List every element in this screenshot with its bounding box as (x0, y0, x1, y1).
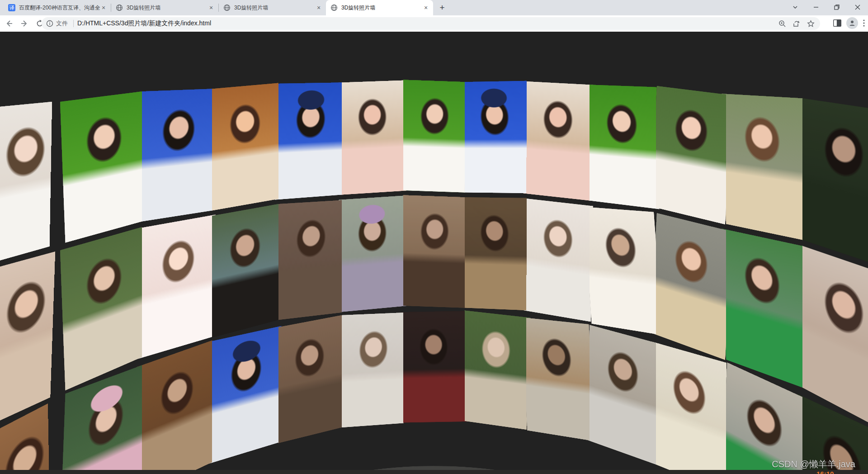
photo-teddy-selfie (461, 197, 531, 311)
address-bar[interactable]: 文件 D:/HTML+CSS/3d照片墙/新建文件夹/index.html (42, 17, 820, 30)
perspective-viewport (0, 32, 868, 474)
photo-cream-dress-indoor (651, 341, 731, 474)
photo-purple-beret-scarf (339, 195, 407, 312)
tab-close-icon[interactable]: × (208, 4, 215, 11)
tab-close-icon[interactable]: × (422, 4, 429, 11)
back-button[interactable] (3, 17, 15, 30)
bottom-shadow (0, 470, 868, 474)
browser-tab[interactable]: 3D旋转照片墙× (219, 0, 326, 15)
photo-dark-foliage (797, 98, 868, 268)
page-info-icon[interactable] (46, 20, 53, 27)
photo-pink-bright-selfie (138, 214, 216, 359)
csdn-watermark: CSDN @懒羊羊.java (772, 458, 855, 470)
close-window-button[interactable] (847, 0, 868, 14)
chevron-down-icon[interactable] (785, 0, 806, 14)
photo-indoor-pink (339, 80, 407, 195)
tab-title: 3D旋转照片墙 (341, 4, 422, 12)
photo-sky-sailor-small (208, 326, 281, 464)
browser-toolbar: 文件 D:/HTML+CSS/3d照片墙/新建文件夹/index.html (0, 15, 868, 32)
baidu-translate-icon: 译 (8, 4, 15, 11)
photo-indoor-pink (523, 81, 593, 201)
photo-white-scarf-portrait (585, 325, 660, 465)
bookmark-star-icon[interactable] (807, 20, 815, 28)
tab-close-icon[interactable]: × (100, 4, 107, 11)
window-controls (785, 0, 868, 14)
photo-dark-tank-outdoor (208, 204, 283, 338)
minimize-button[interactable] (806, 0, 826, 14)
tab-strip: 译百度翻译-200种语言互译、沟通全×3D旋转照片墙×3D旋转照片墙×3D旋转照… (0, 0, 868, 15)
new-tab-button[interactable]: + (436, 1, 448, 14)
tab-close-icon[interactable]: × (315, 4, 322, 11)
corner-timestamp-fragment: 16:10 (816, 470, 834, 474)
photo-polaroid-warm-light (521, 317, 595, 441)
photo-sweater-jeans-greenbag (651, 213, 732, 360)
browser-tab[interactable]: 译百度翻译-200种语言互译、沟通全× (4, 0, 111, 15)
photo-grass-white-dress (399, 80, 469, 193)
photo-wink-warm-selfie (274, 200, 346, 321)
tab-title: 百度翻译-200种语言互译、沟通全 (19, 4, 100, 12)
browser-tab[interactable]: 3D旋转照片墙× (326, 0, 433, 15)
photo-sky-sailor (275, 82, 345, 200)
omnibox-divider (73, 20, 74, 27)
tab-title: 3D旋转照片墙 (127, 4, 208, 12)
photo-greenery-portrait (60, 227, 146, 391)
url-text: D:/HTML+CSS/3d照片墙/新建文件夹/index.html (77, 19, 778, 28)
menu-kebab-icon[interactable] (863, 19, 865, 27)
side-panel-icon[interactable] (833, 19, 842, 27)
forward-button[interactable] (18, 17, 31, 30)
browser-tab[interactable]: 3D旋转照片墙× (111, 0, 218, 15)
restore-button[interactable] (826, 0, 847, 14)
photo-polaroid-prints (584, 207, 663, 336)
photo-washed-pale-selfie (337, 312, 407, 428)
globe-icon (330, 4, 338, 11)
photo-light-hair-plants (461, 310, 531, 430)
photo-grass-white-dress (586, 85, 659, 209)
profile-avatar[interactable] (846, 17, 858, 29)
zoom-icon[interactable] (778, 20, 786, 28)
photo-sky-sailor (137, 89, 216, 223)
photo-grass-white-dress (60, 91, 146, 243)
tabs-container: 译百度翻译-200种语言互译、沟通全×3D旋转照片墙×3D旋转照片墙×3D旋转照… (0, 0, 433, 15)
globe-icon (223, 4, 231, 11)
photo-pale-portrait (0, 100, 70, 267)
photo-warm-brown-portrait (137, 340, 216, 474)
photo-warm-brown-selfie (274, 315, 346, 443)
photo-sky-sailor (461, 81, 531, 193)
photo-wall-page: 16:10 CSDN @懒羊羊.java (0, 32, 868, 474)
photo-hedge-gingham (651, 86, 732, 225)
tab-title: 3D旋转照片墙 (234, 4, 315, 12)
photo-dark-red-street (400, 311, 467, 422)
globe-icon (116, 4, 123, 11)
scheme-label: 文件 (56, 19, 68, 28)
photo-pale-close-selfie (523, 198, 593, 322)
share-icon[interactable] (793, 20, 801, 28)
photo-street-sweater (722, 94, 808, 241)
photo-sunset-warm (208, 83, 283, 211)
photo-brown-vneck-sweater (399, 195, 469, 308)
